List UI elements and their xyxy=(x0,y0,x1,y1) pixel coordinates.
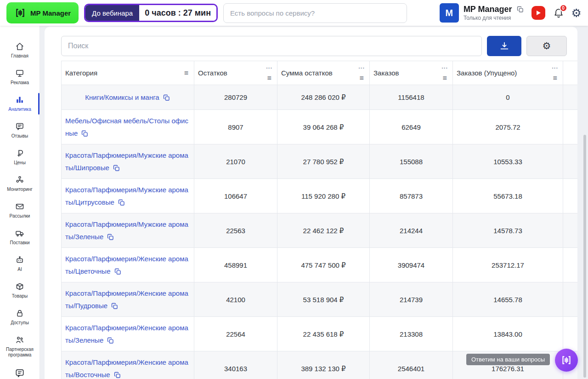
category-cell: Красота/Парфюмерия/Мужские ароматы/Шипро… xyxy=(62,144,194,179)
category-link[interactable]: Красота/Парфюмерия/Мужские ароматы/Шипро… xyxy=(65,151,188,172)
sidebar-item-analytics[interactable]: Аналитика xyxy=(0,93,40,115)
download-button[interactable] xyxy=(487,36,521,56)
column-menu-icon[interactable]: ... xyxy=(552,64,558,69)
vertical-scrollbar[interactable] xyxy=(583,135,586,378)
logo-text: MP Manager xyxy=(30,9,71,17)
account-mode: Только для чтения xyxy=(464,15,524,21)
empty-cell xyxy=(563,144,578,179)
orders-missed-cell: 0 xyxy=(453,85,563,110)
search-input[interactable] xyxy=(61,36,482,56)
orders-cell: 214739 xyxy=(370,282,453,317)
empty-cell xyxy=(563,213,578,248)
service-question-input[interactable] xyxy=(223,3,407,23)
table-row[interactable]: Мебель/Офисная мебель/Столы офисные 8907… xyxy=(62,110,578,144)
truck-icon xyxy=(15,229,24,238)
chat-widget-button[interactable] xyxy=(555,349,578,372)
copy-icon[interactable] xyxy=(107,337,114,345)
column-header-orders-missed[interactable]: Заказов (Упущено) ...≡ xyxy=(453,61,563,85)
monitoring-icon xyxy=(15,175,24,184)
sidebar-item-supplies[interactable]: Поставки xyxy=(0,226,40,248)
sidebar-item-mailing[interactable]: Рассылки xyxy=(0,200,40,221)
stock-sum-cell: 115 920 280 ₽ xyxy=(277,179,370,213)
column-header-orders[interactable]: Заказов ...≡ xyxy=(370,61,453,85)
chat-logo-icon xyxy=(560,354,572,366)
chat-tooltip: Ответим на ваши вопросы xyxy=(466,354,550,365)
orders-missed-cell: 14655.78 xyxy=(453,282,563,317)
orders-missed-cell: 2075.72 xyxy=(453,110,563,144)
copy-icon[interactable] xyxy=(81,130,89,138)
lock-icon xyxy=(15,309,24,318)
sidebar-item-prices[interactable]: Цены xyxy=(0,146,40,168)
filter-hamburger-icon[interactable]: ≡ xyxy=(359,75,363,81)
sidebar-item-partners[interactable]: Партнерская программа xyxy=(0,333,40,360)
orders-cell: 3909474 xyxy=(370,248,453,282)
category-link[interactable]: Красота/Парфюмерия/Женские ароматы/Пудро… xyxy=(65,289,188,310)
category-link[interactable]: Красота/Парфюмерия/Женские ароматы/Зелен… xyxy=(65,324,188,344)
category-link[interactable]: Красота/Парфюмерия/Женские ароматы/Восто… xyxy=(65,358,188,379)
column-header-stock[interactable]: Остатков ...≡ xyxy=(194,61,277,85)
column-menu-icon[interactable]: ... xyxy=(266,64,272,69)
copy-icon[interactable] xyxy=(107,233,114,241)
table-row[interactable]: Красота/Парфюмерия/Женские ароматы/Зелен… xyxy=(62,317,578,351)
stock-sum-cell: 53 518 904 ₽ xyxy=(277,282,370,317)
orders-cell: 1156418 xyxy=(370,85,453,110)
ruble-icon xyxy=(15,149,24,158)
copy-icon[interactable] xyxy=(114,268,122,276)
webinar-banner[interactable]: До вебинара 0 часов : 27 мин xyxy=(84,4,218,22)
column-label: Заказов (Упущено) xyxy=(457,69,517,77)
filter-hamburger-icon[interactable]: ≡ xyxy=(184,70,191,76)
category-link[interactable]: Красота/Парфюмерия/Мужские ароматы/Зелен… xyxy=(65,220,188,241)
sidebar-item-goods[interactable]: Товары xyxy=(0,280,40,301)
copy-icon[interactable] xyxy=(118,199,125,207)
content-card: ⚙ Категория ≡ xyxy=(45,27,577,379)
category-link[interactable]: Книги/Комиксы и манга xyxy=(85,93,159,101)
webinar-countdown: 0 часов : 27 мин xyxy=(139,5,216,21)
avatar[interactable]: M xyxy=(440,3,459,23)
column-header-category[interactable]: Категория ≡ xyxy=(62,61,194,85)
gear-icon: ⚙ xyxy=(543,40,551,52)
reviews-icon xyxy=(15,122,24,131)
youtube-icon[interactable] xyxy=(531,6,545,20)
category-link[interactable]: Красота/Парфюмерия/Мужские ароматы/Цитру… xyxy=(65,186,188,206)
table-row[interactable]: Красота/Парфюмерия/Женские ароматы/Пудро… xyxy=(62,282,578,317)
account-name: MP Manager xyxy=(464,5,512,14)
column-menu-icon[interactable]: ... xyxy=(441,64,448,69)
stock-sum-cell: 22 462 122 ₽ xyxy=(277,213,370,248)
copy-icon[interactable] xyxy=(113,164,120,172)
stock-cell: 458991 xyxy=(194,248,277,282)
sidebar-item-reviews[interactable]: Отзывы xyxy=(0,120,40,141)
table-settings-button[interactable]: ⚙ xyxy=(526,36,567,56)
sidebar-item-ads[interactable]: Реклама xyxy=(0,66,40,88)
filter-hamburger-icon[interactable]: ≡ xyxy=(442,75,447,81)
category-cell: Красота/Парфюмерия/Женские ароматы/Зелен… xyxy=(62,317,194,351)
notifications-button[interactable]: 0 xyxy=(553,7,564,18)
sidebar-item-access[interactable]: Доступы xyxy=(0,306,40,328)
table-row[interactable]: Красота/Парфюмерия/Мужские ароматы/Цитру… xyxy=(62,179,578,213)
sidebar-item-ai[interactable]: AI xyxy=(0,253,40,275)
app-logo[interactable]: MP Manager xyxy=(6,2,79,23)
copy-icon[interactable] xyxy=(516,6,524,13)
category-cell: Мебель/Офисная мебель/Столы офисные xyxy=(62,110,194,144)
empty-cell xyxy=(563,179,578,213)
copy-icon[interactable] xyxy=(163,94,170,102)
column-label: Заказов xyxy=(373,69,399,77)
stock-cell: 21070 xyxy=(194,144,277,179)
stock-sum-cell: 39 064 268 ₽ xyxy=(277,110,370,144)
table-row[interactable]: Красота/Парфюмерия/Женские ароматы/Цвето… xyxy=(62,248,578,282)
table-row[interactable]: Красота/Парфюмерия/Мужские ароматы/Зелен… xyxy=(62,213,578,248)
column-menu-icon[interactable]: ... xyxy=(358,64,365,69)
sidebar-item-home[interactable]: Главная xyxy=(0,40,40,61)
filter-hamburger-icon[interactable]: ≡ xyxy=(267,75,271,81)
sidebar-item-monitoring[interactable]: Мониторинг xyxy=(0,173,40,195)
table-row[interactable]: Книги/Комиксы и манга 280729 248 286 020… xyxy=(62,85,578,110)
home-icon xyxy=(15,42,24,51)
orders-missed-cell: 253712.17 xyxy=(453,248,563,282)
table-row[interactable]: Красота/Парфюмерия/Мужские ароматы/Шипро… xyxy=(62,144,578,179)
settings-gear-icon[interactable]: ⚙ xyxy=(571,7,582,19)
copy-icon[interactable] xyxy=(113,371,121,379)
support-chat-icon[interactable] xyxy=(12,365,28,379)
filter-hamburger-icon[interactable]: ≡ xyxy=(553,75,557,81)
category-link[interactable]: Красота/Парфюмерия/Женские ароматы/Цвето… xyxy=(65,255,188,275)
copy-icon[interactable] xyxy=(111,302,119,310)
column-header-stock-sum[interactable]: Сумма остатков ...≡ xyxy=(277,61,370,85)
